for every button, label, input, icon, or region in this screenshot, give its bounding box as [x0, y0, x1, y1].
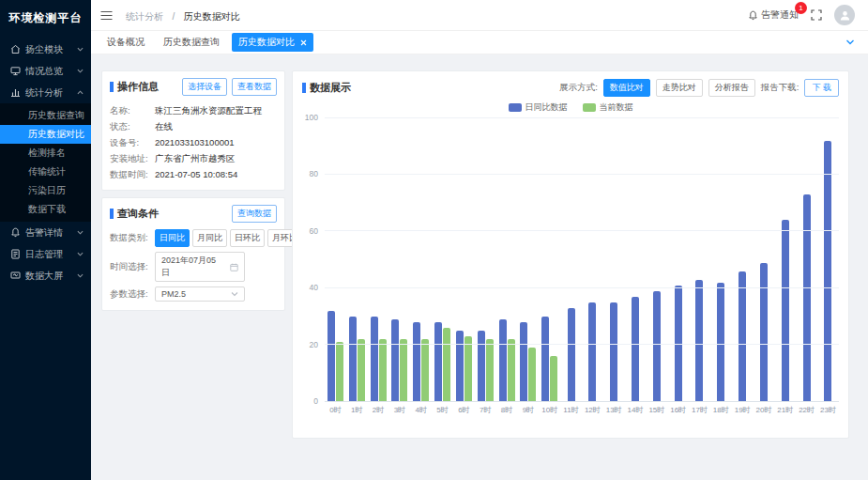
bar [803, 194, 811, 401]
x-tick-label: 13时 [603, 402, 625, 415]
legend-item-current[interactable]: 当前数据 [583, 101, 633, 114]
user-avatar[interactable] [834, 5, 855, 25]
tabs-collapse-chevron-icon[interactable] [845, 38, 855, 47]
bar [391, 319, 399, 401]
tab-device-overview[interactable]: 设备概况 [100, 33, 151, 52]
sidebar-item-data-download[interactable]: 数据下载 [0, 200, 91, 219]
sidebar-item-label: 情况总览 [25, 65, 63, 78]
option-trend-compare-button[interactable]: 走势比对 [656, 79, 703, 97]
sidebar-item-transmission-stats[interactable]: 传输统计 [0, 163, 91, 181]
bar [486, 339, 494, 401]
y-axis-labels: 020406080100 [300, 118, 321, 402]
notification-count-badge: 1 [795, 2, 807, 14]
legend-item-yoy[interactable]: 日同比数据 [509, 101, 568, 114]
bar [349, 317, 357, 401]
parameter-select[interactable]: PM2.5 [155, 286, 245, 302]
bar-chart: 020406080100 0时1时2时3时4时5时6时7时8时9时10时11时1… [300, 118, 841, 438]
plot-area [325, 118, 839, 402]
bar-group [539, 118, 560, 401]
sidebar-item-overview[interactable]: 情况总览 [0, 60, 91, 82]
sidebar-item-log-management[interactable]: 日志管理 [0, 243, 91, 265]
breadcrumb-parent[interactable]: 统计分析 [126, 11, 163, 22]
sidebar-item-alarm-detail[interactable]: 告警详情 [0, 222, 91, 243]
bar [739, 271, 746, 401]
x-tick-label: 16时 [667, 402, 689, 415]
bar [632, 297, 639, 401]
category-day-yoy-button[interactable]: 日同比 [155, 229, 190, 247]
statistics-submenu: 历史数据查询 历史数据对比 检测排名 传输统计 污染日历 数据下载 [0, 103, 91, 222]
sidebar-item-label: 扬尘模块 [25, 43, 63, 56]
bar [434, 322, 442, 401]
x-tick-label: 19时 [732, 402, 754, 415]
option-analysis-report-button[interactable]: 分析报告 [708, 79, 755, 97]
close-icon[interactable] [300, 39, 307, 46]
sidebar-item-history-query[interactable]: 历史数据查询 [0, 106, 91, 125]
bar [824, 141, 831, 401]
query-data-button[interactable]: 查询数据 [232, 205, 277, 223]
operation-info-panel: 操作信息 选择设备 查看数据 名称: 珠江三角洲水资源配置工程 状态: 在线 [101, 70, 285, 191]
legend-label: 日同比数据 [525, 101, 568, 114]
bar [588, 302, 596, 401]
x-tick-label: 10时 [539, 402, 560, 415]
option-value-compare-button[interactable]: 数值比对 [603, 79, 650, 97]
bar [717, 283, 724, 401]
x-tick-label: 2时 [368, 402, 389, 415]
sidebar-item-statistics[interactable]: 统计分析 [0, 82, 91, 103]
bar-group [432, 118, 453, 401]
category-month-yoy-button[interactable]: 月同比 [192, 229, 227, 247]
bar-group [710, 118, 732, 401]
menu-collapse-icon[interactable] [100, 10, 113, 21]
panel-title: 操作信息 [117, 80, 159, 94]
x-tick-label: 7时 [475, 402, 496, 415]
content-area: 操作信息 选择设备 查看数据 名称: 珠江三角洲水资源配置工程 状态: 在线 [91, 54, 868, 439]
field-name: 名称: 珠江三角洲水资源配置工程 [110, 102, 277, 118]
x-tick-label: 23时 [817, 402, 839, 415]
download-button[interactable]: 下 载 [804, 79, 839, 97]
select-device-button[interactable]: 选择设备 [182, 78, 227, 96]
bar [695, 280, 703, 401]
field-device-no: 设备号: 2021033103100001 [110, 134, 277, 150]
sidebar-item-dust-module[interactable]: 扬尘模块 [0, 39, 91, 60]
bar [456, 331, 464, 401]
sidebar-item-data-screen[interactable]: 数据大屏 [0, 265, 91, 286]
sidebar-item-pollution-calendar[interactable]: 污染日历 [0, 181, 91, 200]
bar-group [732, 118, 754, 401]
x-tick-label: 15时 [646, 402, 667, 415]
left-column: 操作信息 选择设备 查看数据 名称: 珠江三角洲水资源配置工程 状态: 在线 [101, 70, 285, 439]
legend-swatch-blue [509, 103, 522, 112]
x-tick-label: 12时 [582, 402, 603, 415]
bar-group [582, 118, 603, 401]
bar [413, 322, 420, 401]
tab-bar: 设备概况 历史数据查询 历史数据对比 [91, 31, 868, 54]
fullscreen-icon[interactable] [811, 9, 822, 21]
x-tick-label: 8时 [496, 402, 518, 415]
sidebar-item-detection-ranking[interactable]: 检测排名 [0, 144, 91, 163]
y-tick-label: 80 [310, 169, 318, 178]
home-icon [10, 44, 21, 54]
date-picker-input[interactable]: 2021年07月05日 [155, 252, 245, 282]
chart-legend: 日同比数据 当前数据 [293, 101, 848, 113]
bar [760, 263, 768, 401]
x-tick-label: 0时 [325, 402, 346, 415]
bar [550, 356, 557, 401]
tab-history-compare[interactable]: 历史数据对比 [232, 33, 313, 52]
report-download-label: 报告下载: [761, 82, 799, 94]
stats-icon [10, 87, 21, 98]
legend-swatch-green [583, 103, 596, 112]
view-data-button[interactable]: 查看数据 [232, 78, 277, 96]
breadcrumb: 统计分析 / 历史数据对比 [126, 7, 240, 23]
bar-group [667, 118, 689, 401]
x-tick-label: 22时 [796, 402, 817, 415]
x-tick-label: 3时 [388, 402, 410, 415]
panel-title: 数据展示 [310, 81, 351, 95]
panel-accent [302, 83, 306, 93]
sidebar-item-history-compare[interactable]: 历史数据对比 [0, 125, 91, 144]
bar [327, 311, 335, 401]
y-tick-label: 60 [310, 226, 318, 236]
sidebar-item-label: 数据大屏 [25, 270, 63, 283]
query-condition-panel: 查询条件 查询数据 数据类别: 日同比 月同比 日环比 月环比 [101, 197, 285, 311]
tab-history-query[interactable]: 历史数据查询 [157, 33, 226, 52]
alarm-notification-button[interactable]: 告警通知 1 [748, 8, 799, 22]
category-day-mom-button[interactable]: 日环比 [230, 229, 265, 247]
alarm-notification-label: 告警通知 [761, 8, 799, 22]
